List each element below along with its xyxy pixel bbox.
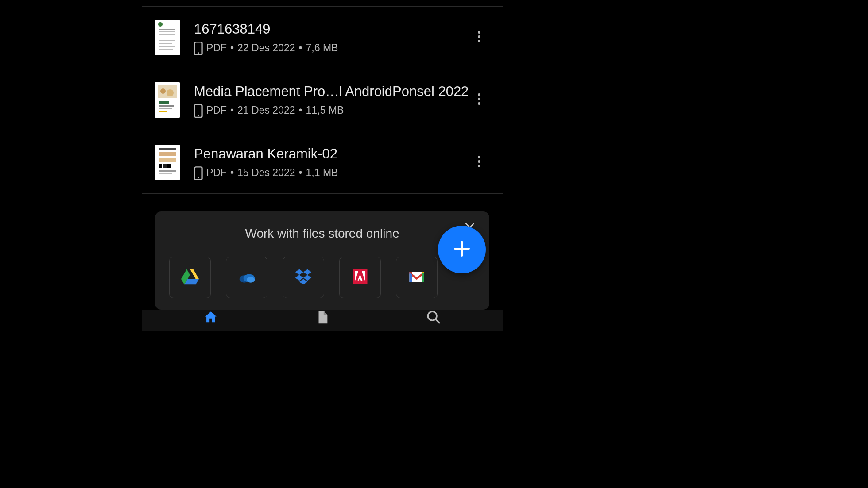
svg-point-1 [158, 22, 163, 27]
file-thumbnail [155, 20, 180, 55]
svg-rect-20 [159, 105, 174, 107]
svg-marker-53 [303, 275, 311, 281]
svg-point-18 [167, 89, 174, 96]
svg-point-17 [160, 88, 166, 94]
svg-rect-33 [163, 164, 167, 168]
nav-label: Home [197, 330, 224, 331]
svg-point-26 [478, 98, 480, 100]
svg-point-41 [478, 165, 480, 167]
file-row[interactable]: Media Placement Pro…l AndroidPonsel 2022… [142, 69, 503, 131]
adobe-icon [350, 267, 370, 288]
file-title: Penawaran Keramik-02 [194, 146, 469, 162]
more-vertical-icon [477, 93, 481, 107]
sep: • [299, 167, 302, 179]
svg-point-24 [198, 115, 199, 116]
file-size: 11,5 MB [306, 104, 344, 116]
svg-rect-2 [159, 29, 175, 30]
svg-rect-3 [159, 31, 175, 32]
file-date: 21 Des 2022 [237, 104, 295, 116]
provider-dropbox[interactable] [283, 257, 324, 298]
file-thumbnail [155, 145, 180, 180]
svg-point-25 [478, 93, 480, 96]
provider-adobe[interactable] [339, 257, 381, 298]
onedrive-icon [237, 267, 256, 288]
file-row[interactable]: Penawaran Keramik-02 PDF • 15 Des 2022 •… [142, 131, 503, 194]
svg-point-12 [478, 31, 480, 34]
more-vertical-icon [477, 31, 481, 45]
search-icon [426, 310, 441, 327]
file-title: Media Placement Pro…l AndroidPonsel 2022 [194, 84, 469, 100]
svg-rect-8 [159, 46, 175, 47]
file-info: 1671638149 PDF • 22 Des 2022 • 7,6 MB [180, 21, 469, 54]
svg-rect-32 [159, 164, 162, 168]
provider-onedrive[interactable] [226, 257, 267, 298]
file-type: PDF [206, 42, 227, 54]
svg-point-39 [478, 156, 480, 158]
provider-row [165, 257, 480, 298]
svg-rect-29 [159, 148, 176, 150]
file-more-button[interactable] [469, 27, 489, 48]
nav-search[interactable]: Search [378, 310, 489, 331]
file-row[interactable]: 1671638149 PDF • 22 Des 2022 • 7,6 MB [142, 6, 503, 69]
svg-line-69 [435, 319, 439, 323]
svg-rect-21 [159, 108, 172, 109]
svg-rect-19 [159, 101, 169, 104]
svg-rect-7 [159, 43, 172, 44]
file-more-button[interactable] [469, 90, 489, 110]
svg-rect-31 [159, 158, 176, 162]
google-drive-icon [180, 267, 200, 288]
svg-point-49 [247, 277, 255, 283]
file-thumbnail [155, 82, 180, 118]
file-more-button[interactable] [469, 152, 489, 173]
svg-point-14 [478, 40, 480, 42]
svg-point-11 [198, 52, 199, 54]
file-size: 1,1 MB [306, 167, 338, 179]
card-title: Work with files stored online [165, 227, 480, 241]
add-fab[interactable] [438, 226, 486, 273]
svg-marker-50 [295, 269, 303, 275]
file-date: 22 Des 2022 [237, 42, 295, 54]
file-meta: PDF • 21 Des 2022 • 11,5 MB [194, 104, 469, 116]
file-info: Penawaran Keramik-02 PDF • 15 Des 2022 •… [180, 146, 469, 179]
phone-icon [194, 42, 203, 54]
svg-marker-52 [295, 275, 303, 281]
file-meta: PDF • 15 Des 2022 • 1,1 MB [194, 166, 469, 179]
svg-point-40 [478, 160, 480, 163]
svg-rect-9 [159, 49, 173, 50]
svg-rect-30 [159, 152, 176, 156]
file-title: 1671638149 [194, 21, 469, 37]
provider-gmail[interactable] [396, 257, 438, 298]
svg-rect-34 [167, 164, 171, 168]
svg-rect-22 [159, 111, 167, 112]
sep: • [299, 104, 302, 116]
bottom-nav: Home Files Search [142, 310, 503, 331]
svg-rect-4 [159, 34, 175, 35]
online-storage-card: Work with files stored online [155, 211, 489, 310]
nav-home[interactable]: Home [155, 310, 267, 331]
svg-rect-6 [159, 40, 175, 41]
svg-rect-35 [159, 170, 176, 172]
nav-label: Search [418, 330, 450, 331]
sep: • [230, 42, 234, 54]
file-date: 15 Des 2022 [237, 167, 295, 179]
phone-icon [194, 104, 203, 116]
svg-rect-36 [159, 173, 172, 174]
svg-marker-67 [323, 311, 327, 315]
file-info: Media Placement Pro…l AndroidPonsel 2022… [180, 84, 469, 116]
sep: • [299, 42, 302, 54]
svg-point-38 [198, 177, 199, 178]
file-meta: PDF • 22 Des 2022 • 7,6 MB [194, 42, 469, 54]
svg-point-27 [478, 102, 480, 105]
file-icon [315, 310, 330, 327]
provider-google-drive[interactable] [169, 257, 211, 298]
phone-icon [194, 166, 203, 179]
file-size: 7,6 MB [306, 42, 338, 54]
sep: • [230, 167, 234, 179]
plus-icon [451, 238, 473, 261]
sep: • [230, 104, 234, 116]
svg-marker-51 [303, 269, 311, 275]
svg-point-13 [478, 35, 480, 38]
svg-marker-54 [299, 279, 307, 285]
nav-files[interactable]: Files [267, 310, 378, 331]
gmail-icon [407, 267, 426, 288]
